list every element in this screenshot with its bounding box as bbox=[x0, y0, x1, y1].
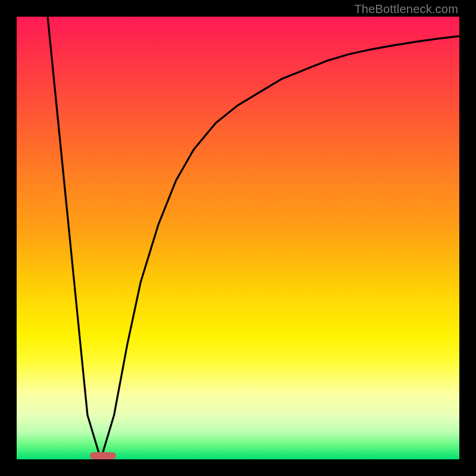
optimal-marker bbox=[90, 452, 117, 459]
bottleneck-curve bbox=[17, 17, 459, 459]
plot-area bbox=[17, 17, 459, 459]
watermark-text: TheBottleneck.com bbox=[354, 2, 458, 16]
chart-frame: TheBottleneck.com bbox=[0, 0, 476, 476]
